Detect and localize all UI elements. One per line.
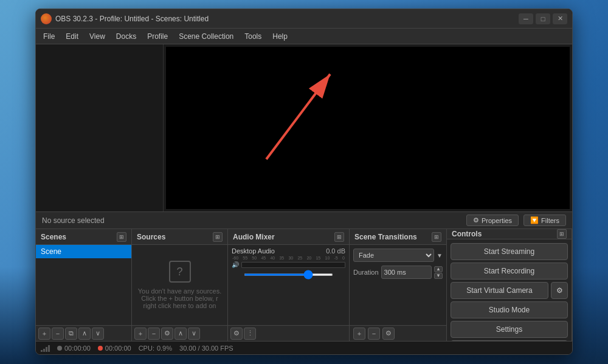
bottom-section: No source selected ⚙ Properties 🔽 Filter… [36, 211, 572, 354]
transitions-expand-button[interactable]: ⊞ [432, 232, 441, 242]
menu-docks[interactable]: Docks [111, 30, 141, 43]
scenes-panel-title: Scenes [41, 233, 66, 241]
scene-down-button[interactable]: ∨ [92, 328, 104, 340]
transitions-panel-title: Scene Transitions [354, 233, 417, 241]
copy-scene-button[interactable]: ⧉ [65, 328, 77, 340]
menubar: File Edit View Docks Profile Scene Colle… [36, 29, 572, 44]
controls-panel-header: Controls ⊞ [447, 229, 572, 239]
menu-view[interactable]: View [85, 30, 110, 43]
sources-expand-button[interactable]: ⊞ [213, 232, 223, 242]
duration-up-button[interactable]: ▲ [434, 266, 443, 272]
duration-spinners: ▲ ▼ [434, 266, 443, 279]
stream-time: 00:00:00 [64, 345, 91, 352]
volume-slider[interactable] [244, 273, 333, 276]
record-dot-icon [98, 346, 103, 351]
minimize-button[interactable]: ─ [519, 13, 533, 24]
channel-name: Desktop Audio [232, 247, 275, 255]
sources-placeholder-text: You don't have any sources. Click the + … [137, 287, 223, 309]
transition-select[interactable]: Fade Cut Swipe Slide [353, 249, 434, 262]
add-scene-button[interactable]: + [38, 328, 50, 340]
transitions-toolbar: + − ⚙ [350, 325, 446, 341]
window-controls: ─ □ ✕ [519, 13, 567, 24]
audio-channel-header: Desktop Audio 0.0 dB [232, 247, 345, 255]
svg-line-1 [266, 74, 330, 159]
transitions-panel: Scene Transitions ⊞ Fade Cut Swipe Slide… [350, 229, 447, 341]
channel-db: 0.0 dB [326, 247, 345, 255]
transition-select-row: Fade Cut Swipe Slide ▼ [350, 245, 446, 263]
scenes-panel-header: Scenes ⊞ [36, 229, 131, 245]
sources-panel-title: Sources [137, 233, 165, 241]
settings-button[interactable]: Settings [451, 321, 568, 338]
virtual-camera-settings-button[interactable]: ⚙ [551, 282, 568, 299]
menu-file[interactable]: File [38, 30, 60, 43]
duration-input[interactable] [381, 266, 432, 279]
scene-label: Scene [41, 247, 61, 256]
start-streaming-button[interactable]: Start Streaming [451, 243, 568, 260]
duration-down-button[interactable]: ▼ [434, 273, 443, 279]
filter-icon: 🔽 [530, 216, 539, 224]
scene-item[interactable]: Scene [36, 245, 131, 258]
menu-tools[interactable]: Tools [240, 30, 266, 43]
audio-panel-title: Audio Mixer [233, 233, 275, 241]
controls-expand-button[interactable]: ⊞ [557, 229, 567, 239]
preview-canvas [166, 47, 570, 209]
stream-time-status: 00:00:00 [57, 345, 91, 352]
source-up-button[interactable]: ∧ [174, 328, 187, 340]
audio-expand-button[interactable]: ⊞ [334, 232, 344, 242]
transitions-panel-header: Scene Transitions ⊞ [350, 229, 446, 245]
add-source-button[interactable]: + [134, 328, 147, 340]
sources-content[interactable]: ? You don't have any sources. Click the … [132, 245, 227, 325]
remove-source-button[interactable]: − [148, 328, 160, 340]
audio-channel-desktop: Desktop Audio 0.0 dB -605550454035302520… [228, 245, 349, 280]
menu-edit[interactable]: Edit [61, 30, 83, 43]
controls-content: Start Streaming Start Recording Start Vi… [447, 239, 572, 341]
audio-meter [241, 262, 345, 268]
audio-menu-button[interactable]: ⋮ [244, 328, 256, 340]
mute-button[interactable]: 🔊 [232, 261, 239, 268]
stream-dot-icon [57, 346, 62, 351]
start-virtual-camera-button[interactable]: Start Virtual Camera [451, 282, 548, 299]
audio-panel-header: Audio Mixer ⊞ [228, 229, 349, 245]
menu-profile[interactable]: Profile [142, 30, 173, 43]
bar2 [43, 349, 45, 352]
maximize-button[interactable]: □ [536, 13, 550, 24]
gear-icon: ⚙ [473, 216, 479, 224]
sources-panel-header: Sources ⊞ [132, 229, 227, 245]
add-transition-button[interactable]: + [353, 328, 365, 340]
titlebar: OBS 30.2.3 - Profile: Untitled - Scenes:… [36, 9, 572, 29]
cpu-status: CPU: 0.9% [139, 345, 172, 352]
sources-panel: Sources ⊞ ? You don't have any sources. … [132, 229, 228, 341]
close-button[interactable]: ✕ [553, 13, 567, 24]
remove-transition-button[interactable]: − [368, 328, 380, 340]
sources-toolbar: + − ⚙ ∧ ∨ [132, 325, 227, 341]
properties-label: Properties [482, 217, 512, 224]
filters-button[interactable]: 🔽 Filters [523, 215, 566, 226]
virtual-camera-row: Start Virtual Camera ⚙ [451, 282, 568, 299]
no-source-label: No source selected [42, 216, 105, 225]
scenes-list: Scene [36, 245, 131, 325]
fps-value: 30.00 / 30.00 FPS [179, 345, 233, 352]
audio-settings-button[interactable]: ⚙ [230, 328, 243, 340]
studio-mode-button[interactable]: Studio Mode [451, 301, 568, 318]
left-preview-panel [36, 44, 164, 211]
audio-content: Desktop Audio 0.0 dB -605550454035302520… [228, 245, 349, 325]
menu-help[interactable]: Help [268, 30, 292, 43]
bar3 [46, 347, 47, 352]
scenes-expand-button[interactable]: ⊞ [117, 232, 126, 242]
audio-mixer-panel: Audio Mixer ⊞ Desktop Audio 0.0 dB -6055… [228, 229, 350, 341]
remove-scene-button[interactable]: − [52, 328, 64, 340]
meter-labels: -6055504540353025201510-50 [232, 256, 345, 260]
main-window: OBS 30.2.3 - Profile: Untitled - Scenes:… [35, 9, 573, 355]
source-settings-button[interactable]: ⚙ [161, 328, 173, 340]
panels-row: Scenes ⊞ Scene + − ⧉ ∧ ∨ [36, 229, 572, 341]
meter-row: 🔊 [232, 261, 345, 268]
menu-scene-collection[interactable]: Scene Collection [174, 30, 238, 43]
start-recording-button[interactable]: Start Recording [451, 263, 568, 280]
transition-settings-button[interactable]: ⚙ [382, 328, 395, 340]
source-down-button[interactable]: ∨ [188, 328, 200, 340]
bar1 [41, 350, 43, 352]
source-info-bar: No source selected ⚙ Properties 🔽 Filter… [36, 212, 572, 229]
properties-button[interactable]: ⚙ Properties [466, 215, 519, 226]
scene-up-button[interactable]: ∧ [78, 328, 91, 340]
duration-row: Duration ▲ ▼ [350, 263, 446, 281]
